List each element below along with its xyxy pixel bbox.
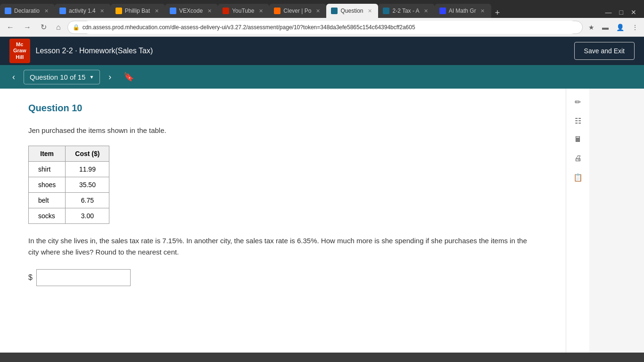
table-cell-item: belt: [29, 193, 66, 208]
secure-icon: 🔒: [73, 24, 80, 31]
next-question-button[interactable]: ›: [104, 68, 116, 86]
main-content: Question 10 Jen purchased the items show…: [0, 89, 644, 353]
table-cell-item: shirt: [29, 162, 66, 177]
tab-label-vexcode: VEXcode: [179, 8, 203, 14]
browser-tab-clever[interactable]: Clever | Po ✕: [269, 4, 326, 18]
tab-bar: Declaratio ✕ activity 1.4 ✕ Phillip Bat …: [0, 0, 644, 18]
dollar-sign-label: $: [28, 273, 33, 282]
profile-icon[interactable]: 👤: [614, 22, 626, 33]
question-selector[interactable]: Question 10 of 15 ▼: [24, 70, 100, 84]
answer-input[interactable]: [36, 269, 131, 286]
table-header-cost: Cost ($): [66, 146, 109, 162]
table-cell-item: socks: [29, 208, 66, 224]
table-cell-cost: 3.00: [66, 208, 109, 224]
tabs-container: Declaratio ✕ activity 1.4 ✕ Phillip Bat …: [0, 4, 598, 18]
calculator-button[interactable]: 🖩: [570, 131, 586, 148]
browser-tab-declarations[interactable]: Declaratio ✕: [0, 4, 55, 18]
tab-favicon-aimath: [439, 8, 446, 14]
answer-area: $: [28, 269, 537, 286]
tab-close-declarations[interactable]: ✕: [42, 7, 50, 15]
home-button[interactable]: ⌂: [53, 21, 64, 33]
back-button[interactable]: ←: [4, 21, 17, 33]
calculator-icon: 🖩: [574, 135, 582, 144]
tab-favicon-vexcode: [170, 8, 176, 14]
tab-favicon-tax: [383, 8, 389, 14]
table-header-row: Item Cost ($): [29, 146, 109, 162]
tab-close-vexcode[interactable]: ✕: [206, 7, 213, 15]
browser-tab-tax[interactable]: 2-2 Tax - A ✕: [378, 4, 434, 18]
tab-label-question: Question: [340, 8, 363, 14]
question-intro-text: Jen purchased the items shown in the tab…: [28, 125, 537, 136]
tab-close-aimath[interactable]: ✕: [479, 7, 487, 15]
logo-box: Mc Graw Hill Lesson 2-2 · Homework(Sales…: [9, 39, 153, 63]
problem-text: In the city she lives in, the sales tax …: [28, 235, 537, 258]
tab-favicon-activity: [59, 8, 66, 14]
tab-label-activity: activity 1.4: [69, 8, 96, 14]
minimize-button[interactable]: —: [602, 7, 616, 18]
table-row: shirt11.99: [29, 162, 109, 177]
reference-sheet-button[interactable]: ☷: [570, 112, 586, 129]
tab-close-phillip[interactable]: ✕: [153, 7, 160, 15]
browser-window: Declaratio ✕ activity 1.4 ✕ Phillip Bat …: [0, 0, 644, 362]
table-cell-cost: 35.50: [66, 177, 109, 193]
browser-tab-activity[interactable]: activity 1.4 ✕: [55, 4, 111, 18]
tab-favicon-youtube: [223, 8, 229, 14]
mcgraw-hill-logo: Mc Graw Hill: [9, 39, 30, 63]
extensions-icon[interactable]: ▬: [600, 22, 611, 33]
table-cell-item: shoes: [29, 177, 66, 193]
table-header-item: Item: [29, 146, 66, 162]
tab-close-activity[interactable]: ✕: [99, 7, 106, 15]
tab-label-declarations: Declaratio: [14, 8, 40, 14]
print-button[interactable]: 🖨: [570, 150, 586, 167]
menu-icon[interactable]: ⋮: [630, 22, 640, 33]
reload-button[interactable]: ↻: [38, 21, 50, 33]
save-and-exit-button[interactable]: Save and Exit: [574, 42, 635, 60]
tab-close-youtube[interactable]: ✕: [257, 7, 264, 15]
address-bar: ← → ↻ ⌂ 🔒 ★ ▬ 👤 ⋮: [0, 18, 644, 37]
browser-tab-question[interactable]: Question ✕: [326, 4, 378, 18]
browser-tab-youtube[interactable]: YouTube ✕: [218, 4, 269, 18]
list-icon: ☷: [575, 116, 581, 125]
tab-close-question[interactable]: ✕: [366, 7, 373, 15]
table-row: shoes35.50: [29, 177, 109, 193]
tab-label-clever: Clever | Po: [283, 8, 311, 14]
forward-button[interactable]: →: [21, 21, 34, 33]
new-tab-button[interactable]: +: [491, 8, 504, 18]
tab-label-tax: 2-2 Tax - A: [392, 8, 419, 14]
tab-favicon-clever: [274, 8, 281, 14]
tab-label-youtube: YouTube: [232, 8, 254, 14]
tab-favicon-question: [331, 8, 338, 14]
close-button[interactable]: ✕: [627, 7, 640, 18]
window-controls: — □ ✕: [598, 7, 644, 18]
question-nav-bar: ‹ Question 10 of 15 ▼ › 🔖: [0, 65, 644, 89]
table-cell-cost: 11.99: [66, 162, 109, 177]
items-table: Item Cost ($) shirt11.99shoes35.50belt6.…: [28, 146, 109, 224]
tab-favicon-phillip: [116, 8, 122, 14]
bookmark-star-icon[interactable]: ★: [586, 22, 596, 33]
chevron-down-icon: ▼: [89, 74, 94, 80]
table-row: socks3.00: [29, 208, 109, 224]
lesson-title: Lesson 2-2 · Homework(Sales Tax): [36, 47, 153, 55]
content-area: Question 10 Jen purchased the items show…: [0, 89, 566, 353]
question-selector-label: Question 10 of 15: [30, 73, 85, 81]
browser-tab-vexcode[interactable]: VEXcode ✕: [165, 4, 218, 18]
notes-button[interactable]: 📋: [570, 169, 586, 186]
tab-close-clever[interactable]: ✕: [314, 7, 322, 15]
browser-tab-aimath[interactable]: AI Math Gr ✕: [435, 4, 491, 18]
table-row: belt6.75: [29, 193, 109, 208]
tab-close-tax[interactable]: ✕: [422, 7, 430, 15]
question-title: Question 10: [28, 103, 537, 114]
tab-favicon-declarations: [5, 8, 11, 14]
notes-icon: 📋: [573, 173, 583, 182]
pencil-icon: ✏: [575, 98, 581, 107]
address-input[interactable]: [83, 21, 578, 34]
maximize-button[interactable]: □: [616, 7, 627, 18]
pencil-tool-button[interactable]: ✏: [570, 93, 586, 110]
previous-question-button[interactable]: ‹: [8, 68, 20, 86]
tab-label-phillip: Phillip Bat: [125, 8, 150, 14]
bookmark-button[interactable]: 🔖: [124, 72, 134, 82]
app-header: Mc Graw Hill Lesson 2-2 · Homework(Sales…: [0, 37, 644, 65]
table-cell-cost: 6.75: [66, 193, 109, 208]
tab-label-aimath: AI Math Gr: [449, 8, 476, 14]
browser-tab-phillip[interactable]: Phillip Bat ✕: [111, 4, 165, 18]
